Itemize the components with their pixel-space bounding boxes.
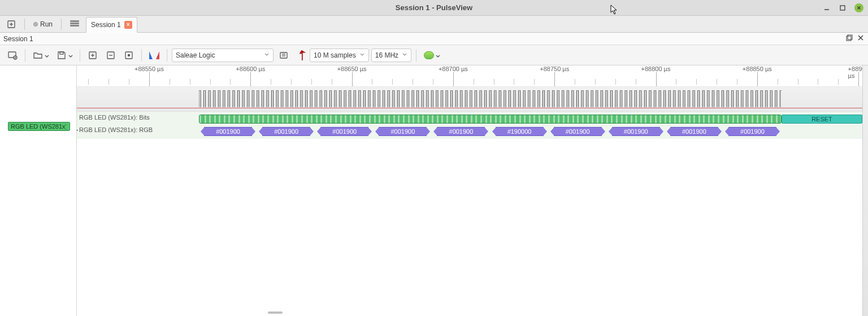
ruler-label: +88800 µs [641, 65, 671, 72]
main-tabbar: Run Session 1 × [0, 16, 868, 33]
record-icon [33, 22, 38, 27]
rgb-annotation[interactable]: #001900 [320, 127, 368, 136]
chevron-down-icon [402, 51, 407, 59]
reset-annotation[interactable]: RESET [782, 115, 862, 124]
ruler-label: +88750 µs [540, 65, 569, 72]
sample-rate-selector[interactable]: 16 MHz [371, 49, 411, 62]
rgb-annotation[interactable]: #001900 [554, 127, 602, 136]
close-view-button[interactable] [857, 34, 865, 43]
chevron-down-icon [68, 53, 72, 58]
svg-rect-7 [847, 36, 851, 41]
rgb-row-label: RGB LED (WS281x): RGB [79, 126, 153, 133]
horizontal-scroll-thumb[interactable] [268, 311, 283, 314]
probe-icon [295, 50, 306, 61]
zoom-in-button[interactable] [85, 49, 101, 62]
chevron-down-icon [435, 53, 440, 58]
rgb-annotation[interactable]: #001900 [437, 127, 485, 136]
session-tab[interactable]: Session 1 × [86, 17, 137, 33]
restore-view-button[interactable] [845, 34, 853, 43]
flag-blue-icon [149, 51, 154, 59]
decoder-chip-icon [424, 51, 434, 59]
trigger-line [77, 108, 868, 108]
decoder-rgb-row[interactable]: #001900#001900#001900#001900#001900#1900… [77, 126, 868, 138]
new-view-button[interactable] [5, 49, 20, 62]
svg-rect-8 [848, 35, 852, 40]
device-name: Saleae Logic [176, 51, 215, 59]
views-button[interactable] [67, 19, 83, 29]
bits-row-label: RGB LED (WS281x): Bits [79, 114, 150, 121]
svg-rect-1 [840, 6, 845, 10]
ruler-label: +88650 µs [337, 65, 367, 72]
flag-red-icon [155, 51, 159, 59]
chevron-down-icon [44, 53, 49, 58]
bits-annotation[interactable] [199, 115, 782, 124]
session-tab-label: Session 1 [91, 21, 121, 29]
device-config-button[interactable] [276, 49, 292, 62]
session-toolbar: Saleae Logic 10 M samples 16 MHz [0, 45, 868, 65]
rgb-annotation[interactable]: #190000 [496, 127, 544, 136]
sample-count: 10 M samples [314, 51, 356, 59]
svg-rect-23 [280, 52, 287, 58]
sample-count-selector[interactable]: 10 M samples [310, 49, 369, 62]
ruler-label: +88850 µs [743, 65, 772, 72]
chevron-down-icon [359, 51, 365, 59]
save-button[interactable] [54, 49, 75, 62]
open-button[interactable] [30, 49, 51, 62]
zoom-fit-button[interactable] [121, 49, 137, 62]
device-selector[interactable]: Saleae Logic [172, 49, 274, 62]
ruler-label: +88600 µs [236, 65, 265, 72]
session-name: Session 1 [3, 35, 33, 43]
maximize-button[interactable] [839, 4, 847, 12]
rgb-annotation[interactable]: #001900 [204, 127, 252, 136]
svg-rect-15 [60, 52, 63, 54]
new-session-button[interactable] [3, 19, 19, 30]
time-ruler[interactable]: +88550 µs+88600 µs+88650 µs+88700 µs+887… [77, 65, 868, 87]
rgb-annotation[interactable]: #001900 [728, 127, 776, 136]
add-decoder-button[interactable] [421, 50, 442, 61]
ruler-label: +88700 µs [439, 65, 468, 72]
channels-button[interactable] [294, 50, 307, 61]
channel-gutter[interactable]: D0RGB LED (WS281x) [0, 65, 77, 316]
ruler-label: +88550 µs [134, 65, 164, 72]
zoom-out-button[interactable] [103, 49, 119, 62]
titlebar: Session 1 - PulseView [0, 0, 868, 16]
decoder-bits-row[interactable]: RESET [77, 114, 868, 125]
session-header: Session 1 [0, 33, 868, 45]
close-tab-button[interactable]: × [124, 21, 132, 29]
views-icon [70, 20, 79, 28]
run-label: Run [40, 20, 53, 28]
trace-view[interactable]: D0RGB LED (WS281x) +88550 µs+88600 µs+88… [0, 65, 868, 316]
cursors-button[interactable] [146, 50, 162, 61]
chevron-down-icon [264, 51, 270, 59]
decoder-label[interactable]: RGB LED (WS281x) [8, 122, 70, 131]
rgb-annotation[interactable]: #001900 [262, 127, 310, 136]
plus-box-icon [7, 20, 16, 29]
minimize-button[interactable] [823, 4, 831, 12]
vertical-scrollbar[interactable] [862, 65, 868, 316]
window-title: Session 1 - PulseView [0, 3, 868, 12]
expand-row-icon[interactable] [77, 128, 78, 133]
d0-waveform [199, 90, 782, 107]
run-button[interactable]: Run [30, 19, 56, 29]
rgb-annotation[interactable]: #001900 [670, 127, 718, 136]
rgb-annotation[interactable]: #001900 [612, 127, 660, 136]
close-button[interactable] [854, 3, 863, 12]
channel-d0-row[interactable] [77, 87, 868, 112]
sample-rate: 16 MHz [375, 51, 398, 59]
waveform-area[interactable]: +88550 µs+88600 µs+88650 µs+88700 µs+887… [77, 65, 868, 316]
rgb-annotation[interactable]: #001900 [379, 127, 427, 136]
svg-point-22 [128, 54, 130, 56]
